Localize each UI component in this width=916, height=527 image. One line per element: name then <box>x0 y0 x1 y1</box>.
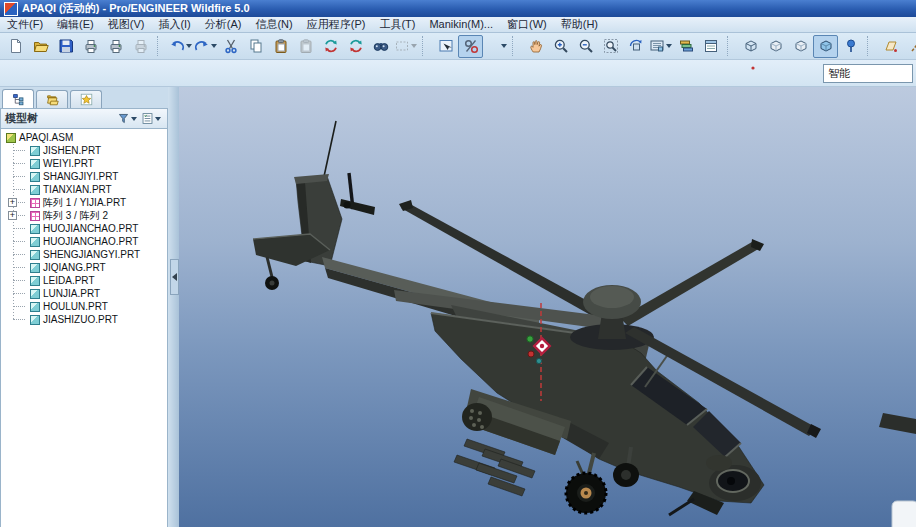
cut-button[interactable] <box>218 35 243 58</box>
menu-item-3[interactable]: 插入(I) <box>151 17 197 32</box>
redo-button[interactable] <box>193 35 218 58</box>
reorient-icon <box>628 38 644 54</box>
open-button[interactable] <box>28 35 53 58</box>
expand-toggle-icon[interactable] <box>8 198 17 207</box>
view-manager-icon <box>703 38 719 54</box>
redo-dropdown-arrow[interactable] <box>211 44 217 48</box>
regen-manager-button[interactable] <box>343 35 368 58</box>
saved-views-icon <box>649 38 665 54</box>
select-box-button[interactable] <box>393 35 418 58</box>
menu-item-10[interactable]: 帮助(H) <box>554 17 605 32</box>
menu-item-5[interactable]: 信息(N) <box>248 17 299 32</box>
tree-item-7[interactable]: HUOJIANCHAO.PRT <box>11 235 167 248</box>
model-tree-icon <box>12 93 25 106</box>
menu-item-7[interactable]: 工具(T) <box>372 17 422 32</box>
layers-button[interactable] <box>673 35 698 58</box>
3d-viewport[interactable] <box>179 87 916 527</box>
menu-item-4[interactable]: 分析(A) <box>198 17 249 32</box>
expand-toggle-icon[interactable] <box>8 211 17 220</box>
datum-planes-button[interactable] <box>878 35 903 58</box>
tree-item-label: HUOJIANCHAO.PRT <box>43 235 138 248</box>
paste-special-button[interactable] <box>293 35 318 58</box>
render-preview-button[interactable] <box>740 62 765 85</box>
zoom-in-button[interactable] <box>548 35 573 58</box>
tab-favorites[interactable] <box>70 90 102 108</box>
tree-item-10[interactable]: LEIDA.PRT <box>11 274 167 287</box>
menu-item-0[interactable]: 文件(F) <box>0 17 50 32</box>
saved-views-dropdown-arrow[interactable] <box>666 44 672 48</box>
shaded-icon <box>818 38 834 54</box>
selection-filter-combo[interactable]: 智能 <box>823 64 913 83</box>
hidden-line-icon <box>768 38 784 54</box>
app-icon <box>4 2 18 16</box>
tree-item-label: LUNJIA.PRT <box>43 287 100 300</box>
wireframe-button[interactable] <box>738 35 763 58</box>
select-box-dropdown-arrow[interactable] <box>411 44 417 48</box>
tree-item-2[interactable]: SHANGJIYI.PRT <box>11 170 167 183</box>
tab-model-tree[interactable] <box>2 89 34 108</box>
tree-item-label: SHANGJIYI.PRT <box>43 170 118 183</box>
spin-center-button[interactable] <box>838 35 863 58</box>
save-button[interactable] <box>53 35 78 58</box>
print-setup-icon <box>108 38 124 54</box>
show-menu-icon <box>117 112 130 125</box>
tree-item-0[interactable]: JISHEN.PRT <box>11 144 167 157</box>
regenerate-icon <box>323 38 339 54</box>
menu-bar: 文件(F)编辑(E)视图(V)插入(I)分析(A)信息(N)应用程序(P)工具(… <box>0 17 916 33</box>
print-setup-button[interactable] <box>103 35 128 58</box>
print-button[interactable] <box>78 35 103 58</box>
find-button[interactable] <box>368 35 393 58</box>
render-style-button[interactable] <box>483 35 508 58</box>
tree-root-item[interactable]: APAQI.ASM <box>3 131 167 144</box>
helicopter-model[interactable] <box>179 87 916 527</box>
settings-menu-button[interactable] <box>139 112 163 125</box>
menu-item-6[interactable]: 应用程序(P) <box>300 17 373 32</box>
corner-widget[interactable] <box>892 501 916 527</box>
render-settings-button[interactable] <box>458 35 483 58</box>
undo-dropdown-arrow[interactable] <box>186 44 192 48</box>
view-manager-button[interactable] <box>698 35 723 58</box>
paste-button[interactable] <box>268 35 293 58</box>
tree-item-13[interactable]: JIASHIZUO.PRT <box>11 313 167 326</box>
tree-item-12[interactable]: HOULUN.PRT <box>11 300 167 313</box>
tree-item-11[interactable]: LUNJIA.PRT <box>11 287 167 300</box>
print-preview-button[interactable] <box>128 35 153 58</box>
no-hidden-button[interactable] <box>788 35 813 58</box>
menu-item-9[interactable]: 窗口(W) <box>500 17 554 32</box>
datum-axes-button[interactable] <box>903 35 916 58</box>
toolbar-separator <box>422 36 430 56</box>
new-icon <box>8 38 24 54</box>
sash-collapse-button[interactable] <box>170 259 179 295</box>
menu-item-2[interactable]: 视图(V) <box>101 17 152 32</box>
new-button[interactable] <box>3 35 28 58</box>
menu-item-8[interactable]: Manikin(M)... <box>422 17 500 32</box>
tree-item-4[interactable]: 阵列 1 / YIJIA.PRT <box>11 196 167 209</box>
show-menu-button[interactable] <box>115 112 139 125</box>
paste-special-icon <box>298 38 314 54</box>
reorient-button[interactable] <box>623 35 648 58</box>
menu-item-1[interactable]: 编辑(E) <box>50 17 101 32</box>
hidden-line-button[interactable] <box>763 35 788 58</box>
shaded-button[interactable] <box>813 35 838 58</box>
refit-button[interactable] <box>598 35 623 58</box>
panel-splitter[interactable] <box>168 87 179 527</box>
tree-item-5[interactable]: 阵列 3 / 阵列 2 <box>11 209 167 222</box>
regenerate-button[interactable] <box>318 35 343 58</box>
copy-button[interactable] <box>243 35 268 58</box>
saved-views-button[interactable] <box>648 35 673 58</box>
zoom-out-button[interactable] <box>573 35 598 58</box>
zoom-out-icon <box>578 38 594 54</box>
tree-item-1[interactable]: WEIYI.PRT <box>11 157 167 170</box>
tab-folder-browser[interactable] <box>36 90 68 108</box>
spin-pan-button[interactable] <box>523 35 548 58</box>
select-window-button[interactable] <box>433 35 458 58</box>
tree-item-3[interactable]: TIANXIAN.PRT <box>11 183 167 196</box>
render-style-dropdown-arrow[interactable] <box>501 44 507 48</box>
tree-item-8[interactable]: SHENGJIANGYI.PRT <box>11 248 167 261</box>
collapse-left-icon <box>172 273 177 281</box>
tree-item-6[interactable]: HUOJIANCHAO.PRT <box>11 222 167 235</box>
no-hidden-icon <box>793 38 809 54</box>
refit-icon <box>603 38 619 54</box>
undo-button[interactable] <box>168 35 193 58</box>
tree-item-9[interactable]: JIQIANG.PRT <box>11 261 167 274</box>
